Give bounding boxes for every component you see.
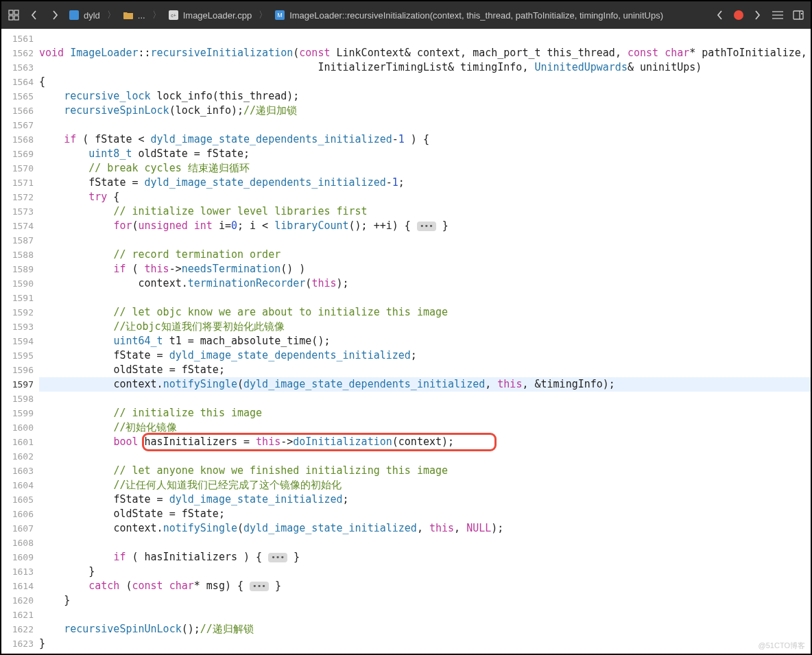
code-line: context.notifySingle(dyld_image_state_in…: [39, 521, 811, 536]
line-number: 1574: [1, 219, 34, 233]
crumb-file[interactable]: c+ ImageLoader.cpp: [168, 10, 252, 21]
code-line: catch (const char* msg) { ••• }: [39, 579, 811, 593]
error-indicator-icon[interactable]: [734, 10, 743, 20]
code-line: }: [39, 564, 811, 579]
xcode-project-icon: [69, 10, 80, 21]
line-number: 1600: [1, 420, 34, 435]
crumb-symbol[interactable]: M ImageLoader::recursiveInitialization(c…: [274, 10, 663, 21]
line-number: 1622: [1, 622, 34, 636]
line-number: 1565: [1, 89, 34, 104]
code-line: // initialize lower level libraries firs…: [39, 204, 811, 219]
line-number: 1599: [1, 406, 34, 420]
line-number: 1595: [1, 348, 34, 363]
code-line: for(unsigned int i=0; i < libraryCount()…: [39, 219, 811, 233]
add-assistant-icon[interactable]: [791, 8, 805, 22]
code-line: [39, 118, 811, 132]
code-area[interactable]: void ImageLoader::recursiveInitializatio…: [39, 29, 811, 654]
code-line: fState = dyld_image_state_dependents_ini…: [39, 176, 811, 190]
code-line: oldState = fState;: [39, 363, 811, 377]
code-line: [39, 449, 811, 464]
svg-text:c+: c+: [171, 13, 176, 18]
line-number: 1566: [1, 104, 34, 118]
line-number: 1596: [1, 363, 34, 377]
line-number: 1592: [1, 305, 34, 320]
line-number: 1604: [1, 478, 34, 492]
line-number: 1589: [1, 262, 34, 276]
crumb-project[interactable]: dyld: [69, 10, 100, 21]
line-number: 1623: [1, 636, 34, 651]
line-number-gutter: 1561156215631564156515661567156815691570…: [1, 29, 39, 654]
code-line: context.notifySingle(dyld_image_state_de…: [39, 377, 811, 392]
line-number: 1609: [1, 550, 34, 564]
line-number: 1591: [1, 291, 34, 305]
code-line: uint64_t t1 = mach_absolute_time();: [39, 334, 811, 348]
line-number: 1564: [1, 75, 34, 89]
line-number: 1563: [1, 60, 34, 75]
code-line: uint8_t oldState = fState;: [39, 147, 811, 161]
code-line: fState = dyld_image_state_initialized;: [39, 492, 811, 507]
code-line: if ( fState < dyld_image_state_dependent…: [39, 132, 811, 147]
crumb-separator: 〉: [152, 9, 161, 21]
svg-rect-3: [14, 16, 19, 20]
line-number: 1621: [1, 608, 34, 622]
line-number: 1614: [1, 579, 34, 593]
code-line: fState = dyld_image_state_dependents_ini…: [39, 348, 811, 363]
code-line: if ( hasInitializers ) { ••• }: [39, 550, 811, 564]
method-icon: M: [274, 10, 285, 21]
code-line: // initialize this image: [39, 406, 811, 420]
code-line: }: [39, 593, 811, 608]
code-line: context.terminationRecorder(this);: [39, 276, 811, 291]
line-number: 1607: [1, 521, 34, 536]
line-number: 1598: [1, 392, 34, 406]
line-number: 1587: [1, 233, 34, 248]
line-number: 1593: [1, 320, 34, 334]
code-line: [39, 233, 811, 248]
crumb-symbol-label: ImageLoader::recursiveInitialization(con…: [289, 10, 663, 21]
line-number: 1572: [1, 190, 34, 204]
code-line: //初始化镜像: [39, 420, 811, 435]
code-editor[interactable]: 1561156215631564156515661567156815691570…: [1, 29, 811, 654]
code-line: bool hasInitializers = this->doInitializ…: [39, 435, 811, 449]
code-line: InitializerTimingList& timingInfo, Unini…: [39, 60, 811, 75]
code-line: // break cycles 结束递归循环: [39, 161, 811, 176]
related-items-icon[interactable]: [7, 8, 21, 22]
adjust-editors-icon[interactable]: [771, 8, 785, 22]
crumb-separator: 〉: [259, 9, 267, 21]
code-line: recursiveSpinLock(lock_info);//递归加锁: [39, 104, 811, 118]
code-fold-icon[interactable]: •••: [250, 582, 269, 591]
line-number: 1588: [1, 248, 34, 262]
crumb-folder[interactable]: ...: [123, 10, 145, 21]
cpp-file-icon: c+: [168, 10, 179, 21]
line-number: 1620: [1, 593, 34, 608]
line-number: 1570: [1, 161, 34, 176]
code-fold-icon[interactable]: •••: [268, 553, 287, 562]
svg-rect-4: [69, 10, 79, 20]
code-line: [39, 291, 811, 305]
crumb-ellipsis: ...: [138, 10, 145, 21]
watermark: @51CTO博客: [759, 641, 805, 651]
line-number: 1613: [1, 564, 34, 579]
code-line: }: [39, 636, 811, 651]
code-line: recursiveSpinUnLock();//递归解锁: [39, 622, 811, 636]
code-line: if ( this->needsTermination() ): [39, 262, 811, 276]
code-line: [39, 392, 811, 406]
nav-forward[interactable]: [48, 8, 62, 22]
code-line: try {: [39, 190, 811, 204]
code-line: // let objc know we are about to initial…: [39, 305, 811, 320]
crumb-project-label: dyld: [84, 10, 100, 21]
nav-back[interactable]: [27, 8, 41, 22]
line-number: 1568: [1, 132, 34, 147]
issue-next[interactable]: [750, 8, 764, 22]
code-line: {: [39, 75, 811, 89]
code-fold-icon[interactable]: •••: [417, 222, 436, 231]
line-number: 1567: [1, 118, 34, 132]
svg-rect-0: [9, 10, 13, 14]
code-line: void ImageLoader::recursiveInitializatio…: [39, 46, 811, 60]
line-number: 1594: [1, 334, 34, 348]
code-line: // let anyone know we finished initializ…: [39, 464, 811, 478]
line-number: 1571: [1, 176, 34, 190]
line-number: 1573: [1, 204, 34, 219]
issue-prev[interactable]: [713, 8, 727, 22]
line-number: 1608: [1, 536, 34, 550]
crumb-file-label: ImageLoader.cpp: [183, 10, 252, 21]
